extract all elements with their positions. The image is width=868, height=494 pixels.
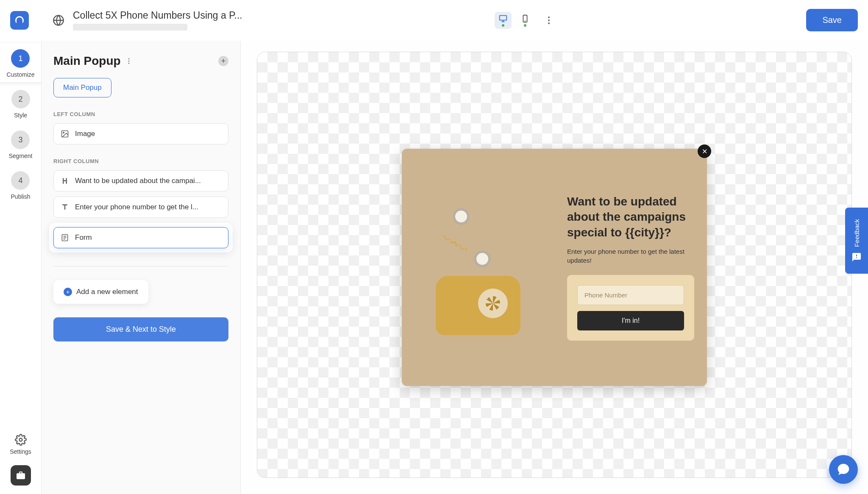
element-image[interactable]: Image [53, 123, 228, 144]
rail-step-publish[interactable]: 4 Publish [11, 171, 31, 200]
more-options-icon[interactable] [544, 15, 554, 25]
form-icon [61, 233, 69, 242]
feedback-icon [851, 252, 862, 262]
feedback-tab[interactable]: Feedback [845, 208, 868, 274]
save-next-button[interactable]: Save & Next to Style [53, 317, 228, 341]
panel-more-icon[interactable] [125, 57, 133, 65]
popup-subtext[interactable]: Enter your phone number to get the lates… [567, 247, 694, 265]
app-logo[interactable] [10, 11, 29, 30]
rail-step-customize[interactable]: 1 Customize [6, 49, 34, 78]
popup-chip[interactable]: Main Popup [53, 78, 111, 97]
header: Collect 5X Phone Numbers Using a P... Sa… [0, 0, 868, 41]
svg-point-8 [128, 61, 129, 62]
nav-rail: 1 Customize 2 Style 3 Segment 4 Publish … [0, 41, 42, 494]
customize-panel: Main Popup + Main Popup LEFT COLUMN Imag… [42, 41, 241, 494]
phone-illustration: 〰〰 [431, 195, 525, 339]
add-element-button[interactable]: + Add a new element [53, 280, 148, 304]
settings-button[interactable]: Settings [10, 434, 31, 455]
image-icon [61, 130, 69, 138]
element-heading[interactable]: Want to be updated about the campai... [53, 170, 228, 191]
text-icon [61, 203, 69, 211]
svg-point-5 [548, 22, 550, 24]
svg-point-7 [128, 58, 129, 59]
popup-close-button[interactable]: ✕ [698, 144, 711, 158]
rail-step-style[interactable]: 2 Style [11, 90, 30, 119]
popup-image-area[interactable]: 〰〰 [402, 149, 554, 386]
svg-point-6 [19, 438, 22, 441]
element-text[interactable]: Enter your phone number to get the l... [53, 197, 228, 218]
submit-button[interactable]: I'm in! [577, 311, 684, 330]
left-column-label: LEFT COLUMN [53, 111, 228, 117]
assets-button[interactable] [11, 465, 31, 486]
briefcase-icon [16, 470, 26, 480]
preview-canvas: ✕ 〰〰 Want to be updated about the campai… [241, 41, 868, 494]
globe-icon[interactable] [53, 14, 64, 26]
chat-bubble[interactable] [829, 455, 858, 484]
svg-rect-1 [500, 15, 507, 20]
page-title: Collect 5X Phone Numbers Using a P... [73, 10, 242, 21]
rail-step-segment[interactable]: 3 Segment [8, 130, 32, 159]
svg-point-3 [548, 17, 550, 18]
title-subtitle-skeleton [73, 24, 187, 31]
desktop-view-button[interactable] [495, 12, 512, 29]
panel-title: Main Popup [53, 54, 121, 68]
heading-icon [61, 177, 69, 185]
element-form[interactable]: Form [53, 227, 228, 248]
gear-icon [15, 434, 27, 446]
popup-preview[interactable]: ✕ 〰〰 Want to be updated about the campai… [402, 149, 707, 386]
phone-input[interactable] [577, 285, 684, 305]
svg-point-11 [63, 132, 64, 133]
chat-icon [837, 463, 850, 476]
add-popup-button[interactable]: + [218, 56, 228, 66]
svg-point-4 [548, 19, 550, 21]
plus-icon: + [64, 288, 72, 296]
popup-heading[interactable]: Want to be updated about the campaigns s… [567, 194, 694, 240]
svg-point-9 [128, 63, 129, 64]
popup-form[interactable]: I'm in! [567, 275, 694, 341]
save-button[interactable]: Save [806, 9, 858, 31]
right-column-label: RIGHT COLUMN [53, 158, 228, 164]
mobile-view-button[interactable] [517, 12, 534, 29]
